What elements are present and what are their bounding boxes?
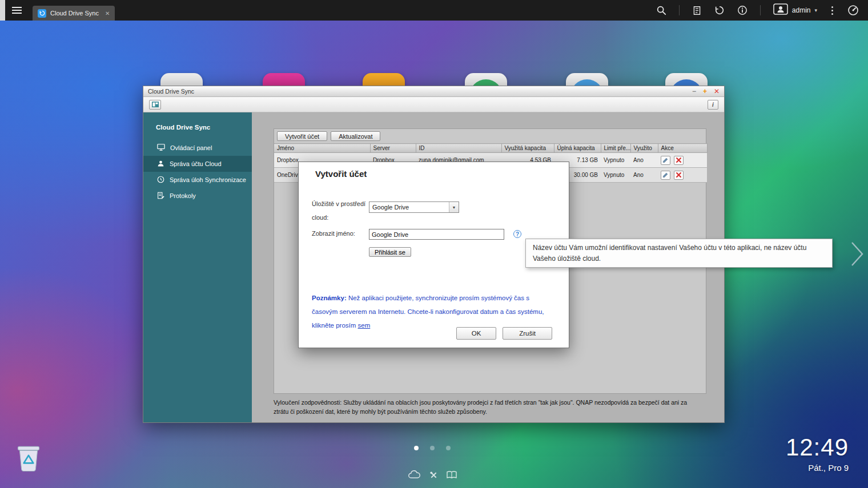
tab-close-icon[interactable]: ✕ [105, 10, 110, 17]
background-tasks-icon[interactable] [692, 6, 702, 15]
sidebar-item-label: Správa úloh Synchronizace [170, 176, 246, 183]
utilities-icon[interactable] [429, 471, 438, 482]
help-book-icon[interactable] [447, 471, 457, 481]
account-name-tooltip: Název účtu Vám umožní identifikovat nast… [525, 239, 833, 268]
topbar-separator [679, 5, 680, 15]
help-info-button[interactable]: i [708, 100, 718, 110]
search-icon[interactable] [656, 5, 666, 15]
toggle-panel-button[interactable] [149, 100, 161, 110]
sidebar-item-logs[interactable]: Protokoly [143, 188, 252, 204]
cell-actions [658, 153, 707, 168]
cell-limit: Vypnuto [601, 153, 630, 168]
desktop: Cloud Drive Sync ✕ admin ▾ [0, 0, 868, 488]
main-menu-button[interactable] [5, 0, 28, 21]
person-icon [157, 160, 164, 168]
storage-select-value: Google Drive [372, 204, 409, 211]
cloud-drive-sync-app-icon [38, 9, 46, 18]
sidebar-item-label: Ovládací panel [170, 144, 212, 151]
username-label: admin [792, 6, 811, 14]
next-page-chevron-icon[interactable] [850, 240, 865, 271]
user-menu[interactable]: admin ▾ [773, 3, 817, 17]
topbar-edge [0, 0, 5, 21]
col-enabled[interactable]: Využito [630, 144, 658, 153]
monitor-icon [157, 143, 165, 152]
col-id[interactable]: ID [416, 144, 501, 153]
window-titlebar[interactable]: Cloud Drive Sync − + ✕ [143, 86, 724, 97]
topbar: Cloud Drive Sync ✕ admin ▾ [0, 0, 868, 21]
storage-label: Úložiště v prostředí cloud: [312, 197, 369, 224]
edit-account-icon[interactable] [661, 171, 670, 180]
notes-text: Než aplikaci použijete, synchronizujte p… [312, 295, 544, 329]
table-header-row: Jméno Server ID Využitá kapacita Úplná k… [274, 144, 707, 153]
dashboard-icon[interactable] [847, 5, 859, 16]
clock-icon [157, 176, 164, 184]
sidebar-title: Cloud Drive Sync [143, 112, 252, 140]
col-total[interactable]: Úplná kapacita [554, 144, 601, 153]
external-device-icon[interactable] [714, 5, 725, 15]
topbar-separator [760, 5, 761, 15]
cell-enabled: Ano [630, 168, 658, 183]
ok-button[interactable]: OK [456, 327, 496, 340]
help-icon[interactable]: ? [513, 230, 521, 238]
col-server[interactable]: Server [370, 144, 416, 153]
window-title: Cloud Drive Sync [148, 88, 194, 95]
chevron-down-icon: ▼ [449, 202, 459, 212]
chevron-down-icon: ▾ [814, 7, 817, 13]
notification-info-icon[interactable] [737, 5, 748, 15]
desktop-quick-links [408, 470, 457, 482]
refresh-button[interactable]: Aktualizovat [331, 131, 380, 141]
desktop-pagination [414, 446, 451, 450]
maximize-icon[interactable]: + [703, 87, 707, 95]
minimize-icon[interactable]: − [692, 87, 696, 95]
create-account-button[interactable]: Vytvořit účet [277, 131, 327, 141]
tab-cloud-drive-sync[interactable]: Cloud Drive Sync ✕ [33, 6, 115, 21]
cell-enabled: Ano [630, 153, 658, 168]
window-toolbar: i [143, 97, 724, 112]
topbar-right: admin ▾ [656, 3, 868, 17]
clock-date: Pát., Pro 9 [786, 463, 849, 473]
col-used[interactable]: Využitá kapacita [501, 144, 554, 153]
edit-account-icon[interactable] [661, 156, 670, 165]
dialog-title: Vytvořit účet [315, 169, 367, 179]
user-badge-icon [773, 3, 788, 17]
page-dot-2[interactable] [430, 446, 435, 450]
col-actions[interactable]: Akce [658, 144, 707, 153]
desktop-clock: 12:49 Pát., Pro 9 [786, 434, 849, 473]
sidebar-item-sync-tasks[interactable]: Správa úloh Synchronizace [143, 172, 252, 188]
time-settings-link[interactable]: sem [358, 322, 371, 329]
panel-grid-icon [152, 102, 159, 107]
sign-in-button[interactable]: Přihlásit se [369, 247, 411, 257]
clock-time: 12:49 [786, 434, 849, 461]
col-limit[interactable]: Limit pře... [601, 144, 630, 153]
notes-label: Poznámky: [312, 295, 347, 301]
storage-select[interactable]: Google Drive ▼ [369, 201, 459, 213]
cell-actions [658, 168, 707, 183]
page-dot-3[interactable] [446, 446, 451, 450]
sidebar-item-control-panel[interactable]: Ovládací panel [143, 140, 252, 156]
recycle-bin-icon[interactable] [15, 442, 42, 475]
sidebar-item-label: Správa účtu Cloud [170, 160, 222, 167]
cancel-button[interactable]: Zrušit [503, 327, 552, 340]
display-name-label: Zobrazit jméno: [312, 227, 355, 240]
close-icon[interactable]: ✕ [714, 87, 720, 95]
disclaimer-text: Vyloučení zodpovědnosti: Služby ukládání… [274, 398, 699, 417]
myqnapcloud-icon[interactable] [408, 470, 421, 482]
logs-icon [157, 192, 164, 200]
dialog-notes: Poznámky: Než aplikaci použijete, synchr… [312, 291, 554, 332]
sidebar-item-label: Protokoly [170, 192, 196, 199]
sidebar-item-cloud-account[interactable]: Správa účtu Cloud [143, 156, 252, 172]
more-options-icon[interactable] [830, 6, 835, 15]
delete-account-icon[interactable] [674, 171, 684, 180]
tab-label: Cloud Drive Sync [50, 10, 99, 17]
display-name-input[interactable] [369, 229, 504, 240]
cell-limit: Vypnuto [601, 168, 630, 183]
page-dot-1[interactable] [414, 446, 419, 450]
delete-account-icon[interactable] [674, 156, 684, 165]
window-sidebar: Cloud Drive Sync Ovládací panel Správa ú… [143, 112, 252, 422]
col-name[interactable]: Jméno [274, 144, 370, 153]
